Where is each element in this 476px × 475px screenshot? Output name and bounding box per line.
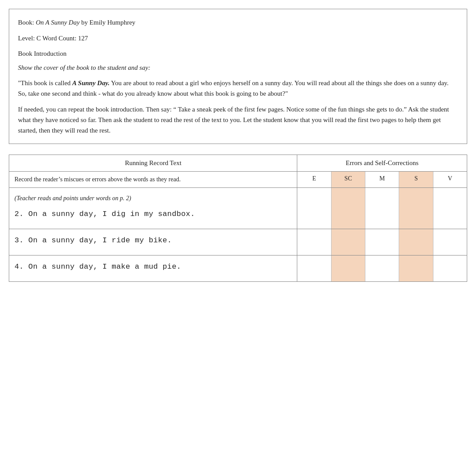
data-col-v-1 — [433, 188, 467, 229]
table-subheader-row: Record the reader’s miscues or errors ab… — [9, 172, 467, 188]
column-headers: E SC M S V — [297, 172, 467, 187]
data-cols-row2 — [297, 229, 467, 255]
data-col-s-2 — [399, 229, 433, 255]
data-col-m-3 — [365, 255, 399, 281]
table-row: 3. On a sunny day, I ride my bike. — [9, 229, 467, 255]
data-col-m-2 — [365, 229, 399, 255]
data-cols-row1 — [297, 188, 467, 229]
col-v: V — [433, 172, 467, 187]
col-sc: SC — [332, 172, 365, 187]
intro-heading: Book Introduction — [18, 48, 458, 60]
text-cell-row3: 4. On a sunny day, I make a mud pie. — [9, 255, 297, 281]
running-record-table: Running Record Text Errors and Self-Corr… — [9, 155, 467, 282]
data-cols-row3 — [297, 255, 467, 281]
data-col-sc-3 — [332, 255, 365, 281]
sentence-3: 3. On a sunny day, I ride my bike. — [14, 236, 292, 245]
sentence-4: 4. On a sunny day, I make a mud pie. — [14, 263, 292, 271]
data-col-v-3 — [433, 255, 467, 281]
table-row: (Teacher reads and points under words on… — [9, 188, 467, 229]
level-line: Level: C Word Count: 127 — [18, 33, 458, 44]
text-cell-row1: (Teacher reads and points under words on… — [9, 188, 297, 229]
data-col-sc-2 — [332, 229, 365, 255]
text-cell-row2: 3. On a sunny day, I ride my bike. — [9, 229, 297, 255]
data-col-e-3 — [297, 255, 331, 281]
data-col-e-2 — [297, 229, 331, 255]
table-row: 4. On a sunny day, I make a mud pie. — [9, 255, 467, 281]
data-col-v-2 — [433, 229, 467, 255]
book-info-box: Book: On A Sunny Day by Emily Humphrey L… — [9, 9, 467, 144]
subheader-text: Record the reader’s miscues or errors ab… — [9, 172, 297, 187]
col-s: S — [399, 172, 433, 187]
data-col-s-3 — [399, 255, 433, 281]
book-title-italic: On A Sunny Day — [36, 19, 79, 26]
instruction-italic: Show the cover of the book to the studen… — [18, 62, 458, 74]
header-errors-self-corrections: Errors and Self-Corrections — [297, 155, 467, 171]
note-para: If needed, you can repeat the book intro… — [18, 104, 458, 136]
page-container: Book: On A Sunny Day by Emily Humphrey L… — [9, 9, 467, 282]
data-col-m-1 — [365, 188, 399, 229]
data-col-e-1 — [297, 188, 331, 229]
data-col-s-1 — [399, 188, 433, 229]
data-col-sc-1 — [332, 188, 365, 229]
quote-para: "This book is called A Sunny Day. You ar… — [18, 78, 458, 99]
col-e: E — [297, 172, 331, 187]
table-header-row: Running Record Text Errors and Self-Corr… — [9, 155, 467, 172]
col-m: M — [365, 172, 399, 187]
teacher-note: (Teacher reads and points under words on… — [14, 195, 292, 202]
sentence-2: 2. On a sunny day, I dig in my sandbox. — [14, 210, 292, 218]
book-title-line: Book: On A Sunny Day by Emily Humphrey — [18, 17, 458, 29]
header-running-record: Running Record Text — [9, 155, 297, 171]
